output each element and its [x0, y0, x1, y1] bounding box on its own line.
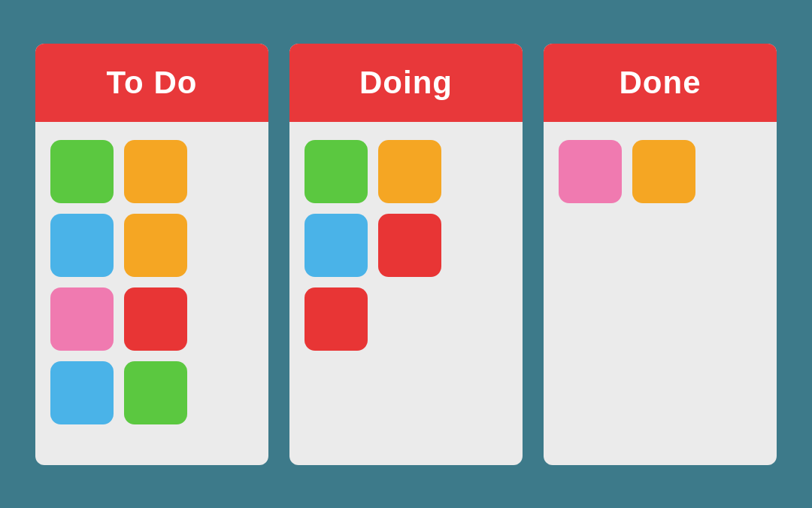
column-header-doing: Doing — [289, 44, 523, 122]
card-t6[interactable] — [124, 287, 187, 351]
column-body-done — [544, 122, 777, 221]
card-d1[interactable] — [304, 140, 368, 203]
card-d3[interactable] — [304, 214, 368, 277]
column-body-todo — [35, 122, 268, 443]
card-t1[interactable] — [50, 140, 114, 203]
card-t8[interactable] — [124, 361, 187, 424]
column-todo: To Do — [35, 44, 268, 465]
card-t5[interactable] — [50, 287, 114, 351]
card-t4[interactable] — [124, 214, 187, 277]
column-title-doing: Doing — [304, 65, 508, 101]
column-title-todo: To Do — [50, 65, 253, 101]
column-title-done: Done — [559, 65, 762, 101]
card-d5[interactable] — [304, 287, 368, 351]
card-dn1[interactable] — [559, 140, 622, 203]
card-t2[interactable] — [124, 140, 187, 203]
column-header-done: Done — [544, 44, 777, 122]
card-dn2[interactable] — [632, 140, 695, 203]
card-t7[interactable] — [50, 361, 114, 424]
column-body-doing — [289, 122, 523, 369]
card-d2[interactable] — [378, 140, 441, 203]
kanban-board: To DoDoingDone — [35, 44, 777, 465]
card-t3[interactable] — [50, 214, 114, 277]
card-d4[interactable] — [378, 214, 441, 277]
column-doing: Doing — [289, 44, 523, 465]
column-header-todo: To Do — [35, 44, 268, 122]
column-done: Done — [544, 44, 777, 465]
